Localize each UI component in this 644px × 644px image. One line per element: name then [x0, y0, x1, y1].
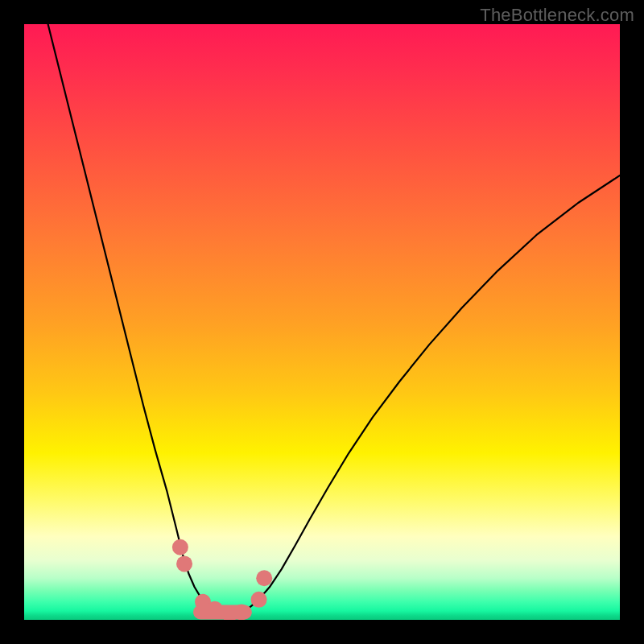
marker-highlight-markers-6 [251, 592, 267, 608]
marker-highlight-markers-0 [172, 539, 188, 555]
marker-highlight-markers-1 [176, 555, 192, 572]
watermark-text: TheBottleneck.com [480, 5, 634, 26]
chart-svg [24, 24, 620, 620]
chart-frame: TheBottleneck.com [0, 0, 644, 644]
series-bottleneck-curve [48, 24, 620, 614]
marker-highlight-markers-7 [256, 570, 272, 586]
plot-area [24, 24, 620, 620]
